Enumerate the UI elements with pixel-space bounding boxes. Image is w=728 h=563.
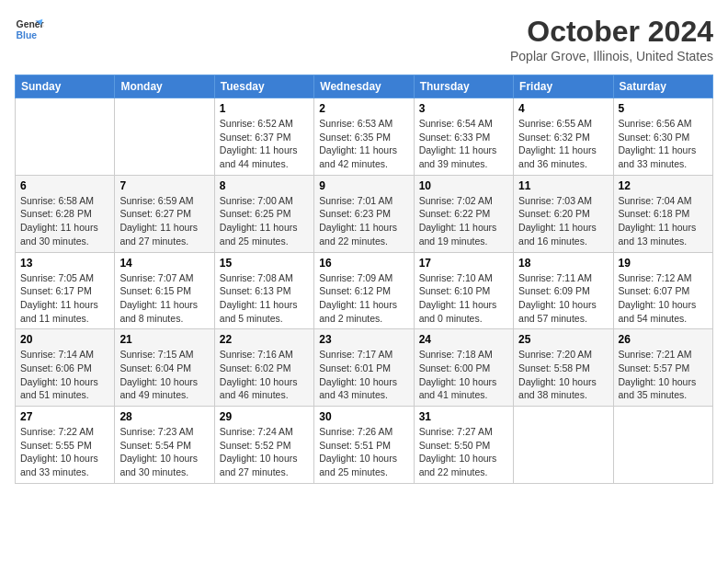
day-number: 4 xyxy=(518,102,608,115)
calendar-cell xyxy=(16,98,115,176)
day-info: Sunrise: 7:18 AM Sunset: 6:00 PM Dayligh… xyxy=(419,348,508,402)
day-info: Sunrise: 7:16 AM Sunset: 6:02 PM Dayligh… xyxy=(220,348,309,402)
location-title: Poplar Grove, Illinois, United States xyxy=(510,49,713,63)
calendar-cell: 11Sunrise: 7:03 AM Sunset: 6:20 PM Dayli… xyxy=(514,175,613,252)
calendar-week-4: 27Sunrise: 7:22 AM Sunset: 5:55 PM Dayli… xyxy=(16,407,713,484)
calendar-cell: 3Sunrise: 6:54 AM Sunset: 6:33 PM Daylig… xyxy=(414,98,513,176)
day-number: 22 xyxy=(220,333,309,346)
calendar-cell: 17Sunrise: 7:10 AM Sunset: 6:10 PM Dayli… xyxy=(414,252,513,329)
calendar-cell: 2Sunrise: 6:53 AM Sunset: 6:35 PM Daylig… xyxy=(314,98,414,176)
calendar-cell: 25Sunrise: 7:20 AM Sunset: 5:58 PM Dayli… xyxy=(514,329,613,407)
day-number: 8 xyxy=(220,179,309,192)
calendar-cell: 8Sunrise: 7:00 AM Sunset: 6:25 PM Daylig… xyxy=(214,175,313,252)
day-info: Sunrise: 7:26 AM Sunset: 5:51 PM Dayligh… xyxy=(319,425,408,479)
calendar-cell: 15Sunrise: 7:08 AM Sunset: 6:13 PM Dayli… xyxy=(214,252,313,329)
day-info: Sunrise: 7:23 AM Sunset: 5:54 PM Dayligh… xyxy=(119,425,209,479)
day-number: 29 xyxy=(220,410,309,423)
day-info: Sunrise: 7:02 AM Sunset: 6:22 PM Dayligh… xyxy=(419,194,508,248)
calendar-cell: 20Sunrise: 7:14 AM Sunset: 6:06 PM Dayli… xyxy=(16,329,115,407)
day-info: Sunrise: 7:14 AM Sunset: 6:06 PM Dayligh… xyxy=(20,348,109,402)
calendar-cell xyxy=(514,407,613,484)
day-number: 6 xyxy=(20,179,109,192)
calendar-week-1: 6Sunrise: 6:58 AM Sunset: 6:28 PM Daylig… xyxy=(16,175,713,252)
calendar-cell: 5Sunrise: 6:56 AM Sunset: 6:30 PM Daylig… xyxy=(613,98,712,176)
calendar-cell xyxy=(115,98,214,176)
day-number: 18 xyxy=(518,257,608,270)
day-info: Sunrise: 7:01 AM Sunset: 6:23 PM Dayligh… xyxy=(319,194,408,248)
day-number: 1 xyxy=(220,102,309,115)
day-info: Sunrise: 6:58 AM Sunset: 6:28 PM Dayligh… xyxy=(20,194,109,248)
weekday-header-monday: Monday xyxy=(115,75,214,98)
calendar-cell: 23Sunrise: 7:17 AM Sunset: 6:01 PM Dayli… xyxy=(314,329,414,407)
calendar-cell: 13Sunrise: 7:05 AM Sunset: 6:17 PM Dayli… xyxy=(16,252,115,329)
day-info: Sunrise: 7:03 AM Sunset: 6:20 PM Dayligh… xyxy=(518,194,608,248)
calendar-cell: 4Sunrise: 6:55 AM Sunset: 6:32 PM Daylig… xyxy=(514,98,613,176)
day-number: 14 xyxy=(119,257,209,270)
day-number: 19 xyxy=(619,257,708,270)
day-number: 11 xyxy=(518,179,608,192)
weekday-header-tuesday: Tuesday xyxy=(214,75,313,98)
day-info: Sunrise: 7:11 AM Sunset: 6:09 PM Dayligh… xyxy=(518,271,608,326)
month-title: October 2024 xyxy=(510,15,713,49)
calendar-week-3: 20Sunrise: 7:14 AM Sunset: 6:06 PM Dayli… xyxy=(16,329,713,407)
weekday-header-wednesday: Wednesday xyxy=(314,75,414,98)
logo-icon: General Blue xyxy=(15,15,44,44)
day-info: Sunrise: 6:53 AM Sunset: 6:35 PM Dayligh… xyxy=(319,117,408,171)
day-number: 23 xyxy=(319,333,408,346)
title-block: October 2024 Poplar Grove, Illinois, Uni… xyxy=(510,15,713,63)
calendar-cell: 24Sunrise: 7:18 AM Sunset: 6:00 PM Dayli… xyxy=(414,329,513,407)
day-info: Sunrise: 6:55 AM Sunset: 6:32 PM Dayligh… xyxy=(518,117,608,171)
calendar-body: 1Sunrise: 6:52 AM Sunset: 6:37 PM Daylig… xyxy=(16,98,713,484)
day-number: 26 xyxy=(619,333,708,346)
day-info: Sunrise: 7:12 AM Sunset: 6:07 PM Dayligh… xyxy=(619,271,708,326)
day-number: 24 xyxy=(419,333,508,346)
day-info: Sunrise: 7:15 AM Sunset: 6:04 PM Dayligh… xyxy=(119,348,209,402)
day-number: 10 xyxy=(419,179,508,192)
svg-text:Blue: Blue xyxy=(17,30,38,40)
day-number: 9 xyxy=(319,179,408,192)
day-number: 30 xyxy=(319,410,408,423)
calendar-week-0: 1Sunrise: 6:52 AM Sunset: 6:37 PM Daylig… xyxy=(16,98,713,176)
day-info: Sunrise: 6:59 AM Sunset: 6:27 PM Dayligh… xyxy=(119,194,209,248)
day-number: 25 xyxy=(518,333,608,346)
day-info: Sunrise: 7:21 AM Sunset: 5:57 PM Dayligh… xyxy=(619,348,708,402)
calendar-cell: 9Sunrise: 7:01 AM Sunset: 6:23 PM Daylig… xyxy=(314,175,414,252)
day-info: Sunrise: 7:04 AM Sunset: 6:18 PM Dayligh… xyxy=(619,194,708,248)
day-info: Sunrise: 7:05 AM Sunset: 6:17 PM Dayligh… xyxy=(20,271,109,326)
calendar-cell xyxy=(613,407,712,484)
day-info: Sunrise: 7:00 AM Sunset: 6:25 PM Dayligh… xyxy=(220,194,309,248)
calendar-cell: 12Sunrise: 7:04 AM Sunset: 6:18 PM Dayli… xyxy=(613,175,712,252)
calendar-cell: 10Sunrise: 7:02 AM Sunset: 6:22 PM Dayli… xyxy=(414,175,513,252)
day-number: 7 xyxy=(119,179,209,192)
calendar-cell: 19Sunrise: 7:12 AM Sunset: 6:07 PM Dayli… xyxy=(613,252,712,329)
day-number: 17 xyxy=(419,257,508,270)
day-number: 12 xyxy=(619,179,708,192)
day-number: 13 xyxy=(20,257,109,270)
day-info: Sunrise: 6:56 AM Sunset: 6:30 PM Dayligh… xyxy=(619,117,708,171)
calendar-cell: 27Sunrise: 7:22 AM Sunset: 5:55 PM Dayli… xyxy=(16,407,115,484)
day-info: Sunrise: 7:10 AM Sunset: 6:10 PM Dayligh… xyxy=(419,271,508,326)
weekday-header-sunday: Sunday xyxy=(16,75,115,98)
weekday-header-thursday: Thursday xyxy=(414,75,513,98)
calendar-cell: 28Sunrise: 7:23 AM Sunset: 5:54 PM Dayli… xyxy=(115,407,214,484)
calendar-cell: 7Sunrise: 6:59 AM Sunset: 6:27 PM Daylig… xyxy=(115,175,214,252)
day-info: Sunrise: 7:27 AM Sunset: 5:50 PM Dayligh… xyxy=(419,425,508,479)
day-number: 3 xyxy=(419,102,508,115)
day-number: 28 xyxy=(119,410,209,423)
calendar-cell: 6Sunrise: 6:58 AM Sunset: 6:28 PM Daylig… xyxy=(16,175,115,252)
calendar-cell: 16Sunrise: 7:09 AM Sunset: 6:12 PM Dayli… xyxy=(314,252,414,329)
weekday-header-saturday: Saturday xyxy=(613,75,712,98)
day-info: Sunrise: 6:52 AM Sunset: 6:37 PM Dayligh… xyxy=(220,117,309,171)
day-info: Sunrise: 7:08 AM Sunset: 6:13 PM Dayligh… xyxy=(220,271,309,326)
day-number: 21 xyxy=(119,333,209,346)
calendar-cell: 26Sunrise: 7:21 AM Sunset: 5:57 PM Dayli… xyxy=(613,329,712,407)
day-info: Sunrise: 6:54 AM Sunset: 6:33 PM Dayligh… xyxy=(419,117,508,171)
day-number: 2 xyxy=(319,102,408,115)
calendar-cell: 18Sunrise: 7:11 AM Sunset: 6:09 PM Dayli… xyxy=(514,252,613,329)
weekday-header-friday: Friday xyxy=(514,75,613,98)
day-info: Sunrise: 7:20 AM Sunset: 5:58 PM Dayligh… xyxy=(518,348,608,402)
day-info: Sunrise: 7:07 AM Sunset: 6:15 PM Dayligh… xyxy=(119,271,209,326)
day-number: 20 xyxy=(20,333,109,346)
day-info: Sunrise: 7:24 AM Sunset: 5:52 PM Dayligh… xyxy=(220,425,309,479)
calendar-cell: 31Sunrise: 7:27 AM Sunset: 5:50 PM Dayli… xyxy=(414,407,513,484)
